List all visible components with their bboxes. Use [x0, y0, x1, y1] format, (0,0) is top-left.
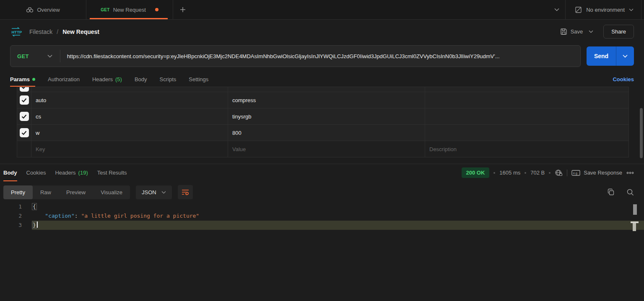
- request-tabs: Params Authorization Headers (5) Body Sc…: [0, 72, 644, 87]
- response-tab-body-label: Body: [3, 170, 17, 176]
- response-tab-headers[interactable]: Headers (19): [55, 164, 88, 181]
- environment-selector[interactable]: No environment: [566, 0, 641, 19]
- line-content: "caption": "a little girl posing for a p…: [32, 211, 644, 221]
- save-response-button[interactable]: e.g. Save Response: [571, 170, 622, 176]
- response-time: 1605 ms: [499, 170, 520, 176]
- url-input[interactable]: https://cdn.filestackcontent.com/securit…: [60, 53, 580, 59]
- format-selector[interactable]: JSON: [136, 185, 172, 199]
- editor-scrollbar-thumb[interactable]: [633, 204, 637, 215]
- tab-scripts[interactable]: Scripts: [160, 72, 177, 87]
- tab-body[interactable]: Body: [135, 72, 147, 87]
- tab-headers[interactable]: Headers (5): [92, 72, 122, 87]
- breadcrumb-request-name[interactable]: New Request: [62, 28, 99, 35]
- search-icon[interactable]: [626, 188, 634, 196]
- open-brace: {: [32, 203, 37, 210]
- svg-text:HTTP: HTTP: [12, 29, 22, 34]
- row-checkbox[interactable]: [20, 128, 29, 137]
- send-button[interactable]: Send: [587, 46, 616, 66]
- row-checkbox[interactable]: [20, 112, 29, 121]
- response-tab-test-results-label: Test Results: [97, 170, 127, 176]
- table-row-clipped: [17, 87, 628, 92]
- response-tab-test-results[interactable]: Test Results: [97, 164, 127, 181]
- tab-settings[interactable]: Settings: [189, 72, 208, 87]
- tab-params[interactable]: Params: [10, 72, 35, 87]
- param-description[interactable]: [425, 108, 628, 124]
- tab-overview[interactable]: Overview: [0, 0, 86, 19]
- clipped-description-cell[interactable]: [425, 87, 628, 92]
- table-row-empty: Key Value Description: [17, 141, 628, 157]
- param-key[interactable]: w: [31, 125, 228, 141]
- param-description[interactable]: [425, 92, 628, 108]
- view-bar-actions: [607, 188, 634, 196]
- topbar-spacer: [192, 0, 548, 19]
- empty-checkbox-cell: [17, 141, 31, 157]
- tabs-overflow-chevron[interactable]: [548, 0, 565, 19]
- response-body-editor[interactable]: 1 { 2 "caption": "a little girl posing f…: [0, 202, 644, 230]
- response-view-bar: Pretty Raw Preview Visualize JSON: [0, 181, 644, 200]
- tab-method-badge: GET: [101, 8, 109, 12]
- new-tab-button[interactable]: [173, 0, 192, 19]
- param-key-input[interactable]: Key: [31, 141, 228, 157]
- checkbox-cell: [17, 108, 31, 124]
- param-description-input[interactable]: Description: [425, 141, 628, 157]
- line-number: 2: [0, 211, 22, 221]
- param-value[interactable]: compress: [228, 92, 425, 108]
- save-icon: [560, 28, 567, 35]
- tab-params-label: Params: [10, 76, 30, 82]
- save-response-label: Save Response: [584, 170, 622, 176]
- view-visualize[interactable]: Visualize: [93, 185, 130, 199]
- breadcrumb-collection[interactable]: Filestack: [29, 28, 52, 35]
- response-tab-cookies[interactable]: Cookies: [26, 164, 46, 181]
- param-description[interactable]: [425, 125, 628, 141]
- fold-gutter[interactable]: [22, 202, 32, 211]
- copy-icon[interactable]: [607, 188, 615, 196]
- code-line-2: 2 "caption": "a little girl posing for a…: [0, 211, 644, 221]
- param-value-input[interactable]: Value: [228, 141, 425, 157]
- row-checkbox[interactable]: [20, 87, 29, 92]
- share-button[interactable]: Share: [603, 25, 634, 39]
- save-options-chevron[interactable]: [584, 28, 597, 36]
- response-tab-body[interactable]: Body: [3, 164, 17, 181]
- row-checkbox[interactable]: [20, 95, 29, 105]
- wrap-text-button[interactable]: [178, 185, 193, 199]
- more-options-icon[interactable]: [626, 172, 634, 174]
- param-value[interactable]: tinysrgb: [228, 108, 425, 124]
- active-tab-underline: [90, 18, 168, 19]
- request-url-row: GET https://cdn.filestackcontent.com/sec…: [0, 44, 644, 72]
- environment-chevron-icon: [629, 8, 634, 11]
- response-meta: 200 OK 1605 ms 702 B e.g. Save Response: [462, 167, 634, 178]
- params-underline: [10, 86, 35, 87]
- response-header: Body Cookies Headers (19) Test Results 2…: [0, 164, 644, 181]
- format-chevron-icon: [161, 191, 166, 194]
- clipped-key-cell[interactable]: [31, 87, 228, 92]
- method-selector[interactable]: GET: [10, 53, 60, 59]
- http-protocol-icon: HTTP: [10, 27, 22, 37]
- vertical-scrollbar[interactable]: [640, 108, 643, 158]
- tab-authorization[interactable]: Authorization: [48, 72, 80, 87]
- meta-divider: [567, 170, 567, 176]
- view-pretty[interactable]: Pretty: [3, 185, 33, 199]
- json-colon: :: [75, 213, 81, 219]
- param-key[interactable]: auto: [31, 92, 228, 108]
- clipped-checkbox-cell: [17, 87, 31, 92]
- params-table: auto compress cs tinysrgb w 800 Key Valu…: [17, 87, 629, 157]
- send-options-chevron[interactable]: [616, 46, 634, 66]
- save-button[interactable]: Save: [558, 26, 585, 38]
- method-chevron-icon: [47, 54, 52, 58]
- clipped-value-cell[interactable]: [228, 87, 425, 92]
- cookies-link[interactable]: Cookies: [613, 76, 634, 82]
- response-tab-headers-label: Headers: [55, 170, 75, 176]
- fold-gutter[interactable]: [22, 221, 32, 230]
- workspace-tab-bar: Overview GET New Request No environment: [0, 0, 644, 20]
- header-actions: Save Share: [558, 25, 634, 39]
- view-preview[interactable]: Preview: [59, 185, 93, 199]
- param-key[interactable]: cs: [31, 108, 228, 124]
- tab-headers-label: Headers: [92, 76, 113, 82]
- checkbox-cell: [17, 92, 31, 108]
- param-value[interactable]: 800: [228, 125, 425, 141]
- view-raw[interactable]: Raw: [33, 185, 59, 199]
- response-body-underline: [3, 180, 17, 181]
- tab-new-request[interactable]: GET New Request: [86, 0, 173, 19]
- fold-gutter[interactable]: [22, 211, 32, 221]
- network-info-icon[interactable]: [555, 169, 563, 177]
